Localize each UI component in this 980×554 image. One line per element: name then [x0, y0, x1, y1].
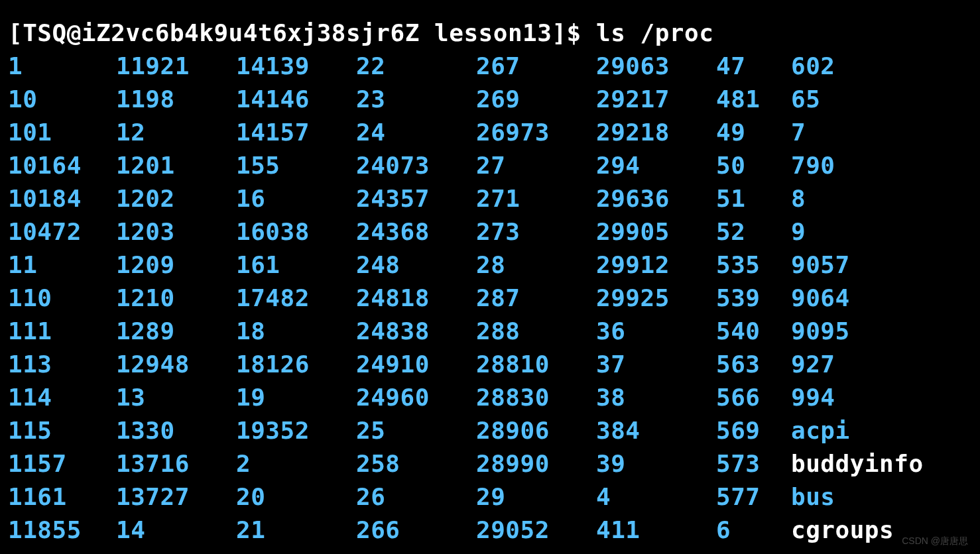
ls-entry: 539: [716, 282, 791, 315]
ls-row: 10119814146232692921748165: [8, 83, 972, 116]
ls-entry: 29218: [596, 116, 716, 149]
ls-entry: 14139: [236, 50, 356, 83]
ls-entry: 27: [476, 149, 596, 182]
ls-entry: 52: [716, 215, 791, 249]
ls-entry: 1161: [8, 480, 116, 514]
ls-entry: 248: [356, 249, 476, 282]
ls-entry: 20: [236, 480, 356, 514]
ls-entry: 790: [791, 149, 957, 182]
ls-entry: 9095: [791, 315, 957, 348]
prompt-line: [TSQ@iZ2vc6b4k9u4t6xj38sjr6Z lesson13]$ …: [8, 17, 972, 50]
ls-entry: 287: [476, 282, 596, 315]
ls-entry: 28: [476, 249, 596, 282]
ls-output: 1119211413922267290634760210119814146232…: [8, 50, 972, 547]
ls-entry: 288: [476, 315, 596, 348]
ls-entry: 65: [791, 83, 957, 116]
ls-entry: 273: [476, 215, 596, 249]
ls-entry: 1157: [8, 447, 116, 480]
ls-entry: 19: [236, 381, 356, 414]
ls-row: 1151330193522528906384569acpi: [8, 414, 972, 447]
ls-entry: 24368: [356, 215, 476, 249]
ls-entry: 36: [596, 315, 716, 348]
ls-entry: 28906: [476, 414, 596, 447]
ls-entry: 110: [8, 282, 116, 315]
shell-prompt: [TSQ@iZ2vc6b4k9u4t6xj38sjr6Z lesson13]$: [8, 19, 596, 46]
ls-entry: acpi: [791, 414, 957, 447]
ls-entry: 10472: [8, 215, 116, 249]
ls-entry: 1210: [116, 282, 236, 315]
ls-entry: 1202: [116, 182, 236, 215]
ls-entry: 4: [596, 480, 716, 514]
ls-row: 1011214157242697329218497: [8, 116, 972, 149]
ls-entry: 25: [356, 414, 476, 447]
ls-entry: buddyinfo: [791, 447, 957, 480]
terminal[interactable]: cmdline exe loginuid mountstats oom_s [T…: [0, 0, 980, 547]
ls-entry: 271: [476, 182, 596, 215]
ls-entry: 18126: [236, 348, 356, 381]
ls-entry: bus: [791, 480, 957, 514]
ls-entry: 11855: [8, 514, 116, 547]
ls-entry: 14: [116, 514, 236, 547]
ls-entry: 50: [716, 149, 791, 182]
ls-entry: 29052: [476, 514, 596, 547]
ls-entry: 1201: [116, 149, 236, 182]
ls-row: 1131294818126249102881037563927: [8, 348, 972, 381]
ls-entry: 23: [356, 83, 476, 116]
ls-entry: 6: [716, 514, 791, 547]
ls-entry: 384: [596, 414, 716, 447]
ls-entry: 24: [356, 116, 476, 149]
ls-row: 101841202162435727129636518: [8, 182, 972, 215]
ls-row: 11571371622582899039573buddyinfo: [8, 447, 972, 480]
ls-entry: 12: [116, 116, 236, 149]
ls-entry: 13727: [116, 480, 236, 514]
ls-entry: 21: [236, 514, 356, 547]
ls-entry: 9: [791, 215, 957, 249]
ls-row: 104721203160382436827329905529: [8, 215, 972, 249]
ls-entry: 1198: [116, 83, 236, 116]
ls-entry: 28990: [476, 447, 596, 480]
ls-entry: 14157: [236, 116, 356, 149]
ls-entry: 24073: [356, 149, 476, 182]
ls-entry: 573: [716, 447, 791, 480]
ls-entry: 7: [791, 116, 957, 149]
ls-entry: 28810: [476, 348, 596, 381]
ls-entry: 563: [716, 348, 791, 381]
ls-entry: 994: [791, 381, 957, 414]
ls-entry: 16038: [236, 215, 356, 249]
ls-entry: 26: [356, 480, 476, 514]
ls-entry: 29925: [596, 282, 716, 315]
ls-entry: 19352: [236, 414, 356, 447]
command-text: ls /proc: [596, 19, 713, 46]
ls-entry: 12948: [116, 348, 236, 381]
ls-entry: 9064: [791, 282, 957, 315]
ls-entry: 11: [8, 249, 116, 282]
ls-entry: 535: [716, 249, 791, 282]
ls-entry: 47: [716, 50, 791, 83]
ls-entry: 39: [596, 447, 716, 480]
ls-entry: 37: [596, 348, 716, 381]
ls-entry: 13716: [116, 447, 236, 480]
ls-entry: 49: [716, 116, 791, 149]
ls-entry: 115: [8, 414, 116, 447]
ls-entry: 16: [236, 182, 356, 215]
ls-row: 1161137272026294577bus: [8, 480, 972, 514]
ls-row: 1141319249602883038566994: [8, 381, 972, 414]
ls-row: 118551421266290524116cgroups: [8, 514, 972, 547]
ls-entry: 294: [596, 149, 716, 182]
ls-entry: 111: [8, 315, 116, 348]
ls-entry: 18: [236, 315, 356, 348]
ls-entry: 113: [8, 348, 116, 381]
ls-entry: 24357: [356, 182, 476, 215]
ls-entry: 114: [8, 381, 116, 414]
ls-entry: 22: [356, 50, 476, 83]
ls-entry: 51: [716, 182, 791, 215]
ls-entry: 11921: [116, 50, 236, 83]
ls-entry: 569: [716, 414, 791, 447]
ls-entry: 566: [716, 381, 791, 414]
ls-entry: 1330: [116, 414, 236, 447]
ls-entry: 26973: [476, 116, 596, 149]
ls-entry: 28830: [476, 381, 596, 414]
ls-entry: 2: [236, 447, 356, 480]
ls-entry: 411: [596, 514, 716, 547]
ls-entry: 29636: [596, 182, 716, 215]
